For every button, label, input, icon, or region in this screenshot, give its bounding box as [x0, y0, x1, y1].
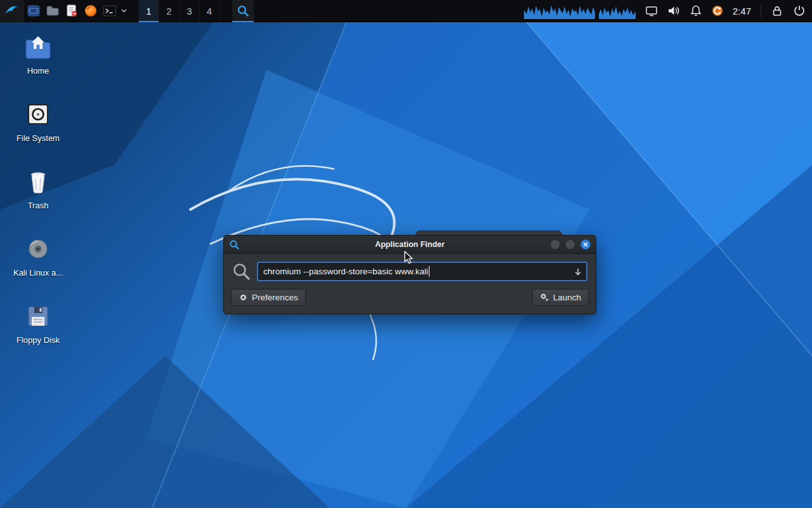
desktop-icon-label: Floppy Disk [16, 335, 60, 345]
gear-icon [239, 293, 248, 302]
chevron-down-icon [121, 9, 127, 13]
session-logout-button[interactable] [793, 4, 806, 17]
trash-icon [23, 166, 53, 197]
network-graph [599, 3, 636, 19]
desktop-icon-kali-cd[interactable]: Kali Linux a... [9, 232, 67, 279]
launch-button[interactable]: Launch [532, 289, 589, 306]
desktop-icon-label: Kali Linux a... [13, 268, 63, 277]
text-caret [429, 266, 429, 277]
terminal-icon [103, 4, 117, 18]
panel-separator [761, 4, 761, 18]
top-panel: 1 2 3 4 [0, 0, 812, 22]
close-icon [583, 242, 588, 247]
desktop-icon-label: Trash [28, 201, 49, 210]
firefox-launcher[interactable] [81, 0, 100, 22]
search-input[interactable]: chromium --password-store=basic www.kali [257, 262, 587, 281]
search-icon [232, 262, 251, 281]
desktop-icon-file-system[interactable]: File System [9, 98, 67, 144]
display-tray-button[interactable] [645, 4, 658, 17]
file-manager-icon [27, 4, 41, 18]
cpu-graph [524, 3, 595, 19]
text-editor-icon [65, 4, 79, 18]
workspace-button-2[interactable]: 2 [159, 0, 179, 22]
workspace-button-3[interactable]: 3 [179, 0, 199, 22]
notifications-tray-button[interactable] [690, 4, 702, 17]
file-manager-launcher[interactable] [24, 0, 43, 22]
system-monitor-graphs[interactable] [524, 3, 636, 19]
mouse-cursor [403, 251, 416, 265]
preferences-button[interactable]: Preferences [231, 289, 306, 306]
firefox-icon [84, 4, 98, 18]
application-finder-window: Application Finder chromium --password-s… [223, 235, 596, 314]
launch-icon [540, 293, 549, 302]
home-folder-icon [23, 32, 53, 62]
close-button[interactable] [580, 239, 591, 250]
minimize-button[interactable] [550, 239, 560, 250]
disc-icon [23, 234, 53, 264]
taskbar-application-finder-button[interactable] [232, 0, 254, 22]
panel-right: 2:47 [524, 0, 812, 22]
preferences-button-label: Preferences [252, 293, 298, 302]
volume-tray-button[interactable] [667, 4, 680, 17]
terminal-launcher[interactable] [100, 0, 119, 22]
lock-icon [771, 4, 783, 17]
arrow-down-icon [573, 267, 582, 276]
workspace-button-1[interactable]: 1 [138, 0, 159, 22]
dialog-button-row: Preferences Launch [224, 287, 596, 314]
applications-menu-button[interactable] [0, 0, 24, 22]
launch-button-label: Launch [553, 293, 581, 302]
panel-left: 1 2 3 4 [0, 0, 254, 22]
terminal-menu-arrow[interactable] [119, 0, 128, 22]
bell-icon [690, 4, 702, 17]
maximize-button[interactable] [565, 239, 575, 250]
clock[interactable]: 2:47 [733, 6, 751, 17]
desktop-icon-home[interactable]: Home [9, 30, 67, 77]
text-editor-launcher[interactable] [62, 0, 81, 22]
drive-icon [23, 99, 53, 130]
power-icon [793, 4, 806, 17]
folder-launcher[interactable] [43, 0, 62, 22]
window-title: Application Finder [224, 240, 596, 249]
workspace-button-4[interactable]: 4 [199, 0, 219, 22]
floppy-icon [23, 301, 53, 331]
display-icon [645, 4, 658, 17]
folder-icon [46, 4, 60, 18]
window-buttons [550, 239, 591, 250]
lock-screen-button[interactable] [771, 4, 783, 17]
desktop-icon-floppy[interactable]: Floppy Disk [9, 300, 67, 346]
history-dropdown-button[interactable] [573, 267, 582, 276]
workspace-switcher: 1 2 3 4 [138, 0, 219, 22]
updates-icon [712, 5, 723, 17]
application-finder-icon [229, 239, 240, 250]
desktop-icon-label: File System [16, 133, 60, 143]
volume-icon [667, 4, 680, 17]
kali-logo-icon [4, 3, 20, 18]
desktop-icon-label: Home [27, 66, 49, 76]
desktop-icon-column: Home File System Trash Kali Linux a... [9, 30, 67, 346]
updates-tray-button[interactable] [712, 5, 723, 17]
application-finder-task-icon [237, 4, 249, 17]
search-input-value: chromium --password-store=basic www.kali [263, 267, 428, 276]
desktop-icon-trash[interactable]: Trash [9, 165, 67, 211]
